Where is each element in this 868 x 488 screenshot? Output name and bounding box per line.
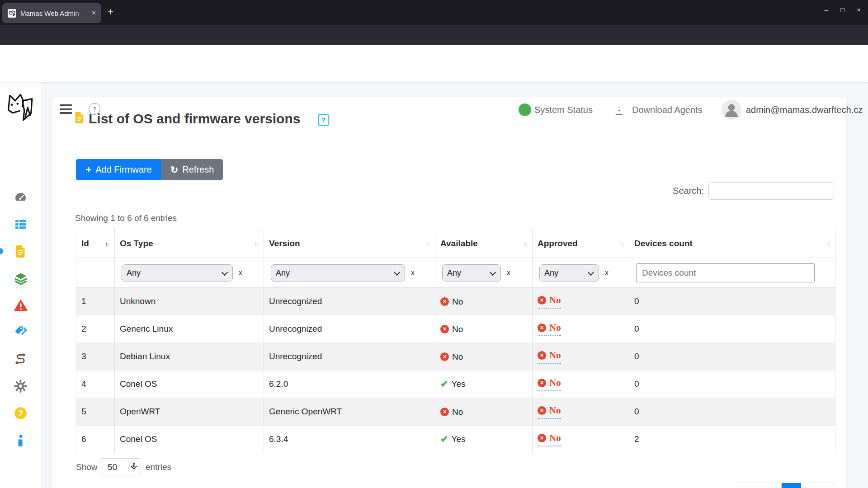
table-header-row: Id↑↓ Os Type↑↓ Version↑↓ Available↑↓ App…	[76, 229, 835, 258]
tags-icon	[14, 326, 28, 338]
entries-label: entries	[146, 462, 171, 472]
header-help-icon[interactable]: ?	[89, 103, 100, 115]
table-filter-row: Anyx Anyx Anyx Anyx	[76, 258, 835, 288]
column-header-devices-count[interactable]: Devices count↑↓	[629, 229, 835, 258]
sort-icon: ↑↓	[826, 239, 830, 247]
sort-icon: ↑↓	[105, 239, 109, 247]
pagination-previous-button[interactable]: Previous	[734, 483, 782, 488]
column-header-approved[interactable]: Approved↑↓	[533, 229, 629, 258]
sidebar-item-alerts[interactable]	[0, 299, 41, 314]
sidebar-toggle-icon[interactable]	[60, 104, 72, 114]
pagination-next-button[interactable]: Next	[801, 483, 834, 488]
search-input[interactable]	[708, 182, 834, 200]
page-help-badge[interactable]: ?	[318, 114, 329, 126]
gear-icon	[14, 380, 27, 393]
site-favicon-icon	[8, 9, 16, 18]
approved-status[interactable]: No	[538, 405, 561, 419]
os-type-filter-select[interactable]: Any	[122, 264, 233, 282]
sort-icon: ↑↓	[619, 239, 623, 247]
clear-os-type-filter[interactable]: x	[239, 269, 242, 277]
sidebar-item-layers[interactable]	[0, 272, 41, 287]
table-row: 3Debian LinuxUnrecognized No No 0	[76, 343, 835, 371]
sidebar-item-dashboard[interactable]	[0, 191, 41, 206]
refresh-button[interactable]: ↻ Refresh	[161, 159, 223, 180]
approved-status-icon	[538, 296, 546, 305]
approved-status-icon	[538, 324, 546, 332]
pagination-page-1-button[interactable]: 1	[782, 483, 801, 488]
table-row: 4Conel OS6.2.0 Yes No 0	[76, 371, 835, 398]
account-email[interactable]: admin@mamas.dwarftech.cz	[746, 105, 863, 115]
column-header-id[interactable]: Id↑↓	[76, 229, 115, 258]
sidebar-item-settings[interactable]	[0, 380, 41, 395]
column-header-version[interactable]: Version↑↓	[264, 229, 435, 258]
new-tab-button[interactable]: +	[108, 6, 113, 18]
info-icon	[15, 435, 26, 447]
browser-toolbar: ← → ↻ https://white.beta.dwarftech.cz/ad…	[0, 25, 868, 45]
window-minimize-button[interactable]: –	[825, 6, 828, 14]
sort-icon: ↑↓	[425, 239, 429, 247]
approved-status[interactable]: No	[538, 377, 561, 391]
approved-status[interactable]: No	[538, 350, 561, 364]
available-status-icon	[440, 325, 449, 333]
available-status-icon	[440, 297, 449, 306]
tab-close-icon[interactable]: ×	[92, 9, 96, 17]
sidebar-item-device-list[interactable]	[0, 218, 41, 233]
browser-tab-bar: Mamas Web Admin × + – □ ×	[0, 0, 868, 25]
clear-version-filter[interactable]: x	[411, 269, 415, 277]
available-status-icon	[440, 434, 448, 445]
svg-text:?: ?	[18, 409, 23, 418]
sidebar-item-help[interactable]: ?	[0, 407, 41, 422]
page-size-select[interactable]: 50	[100, 458, 141, 475]
approved-status[interactable]: No	[538, 295, 561, 309]
sidebar-item-info[interactable]	[0, 435, 41, 450]
approved-status-icon	[538, 406, 546, 415]
firmware-file-icon	[14, 245, 27, 258]
system-status-label[interactable]: System Status	[534, 105, 593, 115]
firmware-table: Id↑↓ Os Type↑↓ Version↑↓ Available↑↓ App…	[76, 229, 835, 453]
showing-entries-text: Showing 1 to 6 of 6 entries	[75, 213, 177, 223]
approved-status[interactable]: No	[538, 322, 561, 336]
table-row: 6Conel OS6.3.4 Yes No 2	[76, 426, 835, 453]
approved-status-icon	[538, 379, 546, 387]
available-filter-select[interactable]: Any	[442, 264, 501, 282]
sort-icon: ↑↓	[254, 239, 258, 247]
window-close-button[interactable]: ×	[857, 6, 861, 14]
search-label: Search:	[656, 186, 704, 196]
devices-count-filter-input[interactable]	[636, 263, 815, 282]
page-title-file-icon	[74, 111, 85, 127]
id-filter-cell	[76, 258, 115, 288]
browser-tab[interactable]: Mamas Web Admin ×	[2, 3, 101, 23]
approved-filter-select[interactable]: Any	[539, 264, 599, 282]
clear-approved-filter[interactable]: x	[605, 269, 609, 277]
window-controls: – □ ×	[825, 6, 861, 14]
plus-icon: +	[85, 164, 91, 176]
tab-title: Mamas Web Admin	[20, 9, 88, 17]
table-row: 2Generic LinuxUnrecognized No No 0	[76, 315, 835, 343]
system-status-indicator[interactable]	[519, 103, 531, 116]
sidebar-item-tags[interactable]	[0, 326, 41, 341]
clear-available-filter[interactable]: x	[507, 269, 510, 277]
page-title: List of OS and firmware versions	[89, 111, 300, 127]
dashboard-icon	[14, 191, 27, 204]
page-size-select-wrap: 50	[100, 458, 141, 475]
user-avatar[interactable]	[722, 100, 741, 122]
layers-icon	[14, 272, 28, 286]
sidebar-item-firmware-active[interactable]	[0, 245, 41, 260]
table-row: 1UnknownUnrecognized No No 0	[76, 288, 835, 315]
dwarftech-logo[interactable]	[5, 91, 33, 125]
pagination: Previous 1 Next	[734, 483, 834, 488]
column-header-available[interactable]: Available↑↓	[435, 229, 533, 258]
app-header: ? System Status ↓ Download Agents admin@…	[0, 45, 868, 82]
list-icon	[14, 218, 27, 231]
window-maximize-button[interactable]: □	[840, 6, 844, 14]
version-filter-select[interactable]: Any	[271, 264, 405, 282]
sidebar-item-routes[interactable]	[0, 352, 41, 368]
show-entries-label: Show	[76, 462, 98, 472]
question-circle-icon: ?	[14, 407, 27, 420]
add-firmware-button[interactable]: + Add Firmware	[76, 159, 161, 180]
column-header-os-type[interactable]: Os Type↑↓	[115, 229, 264, 258]
screen: Mamas Web Admin × + – □ × ← → ↻ https://…	[0, 0, 868, 488]
download-agents-link[interactable]: Download Agents	[632, 105, 703, 115]
download-agents-icon: ↓	[617, 103, 622, 113]
approved-status[interactable]: No	[538, 432, 561, 446]
